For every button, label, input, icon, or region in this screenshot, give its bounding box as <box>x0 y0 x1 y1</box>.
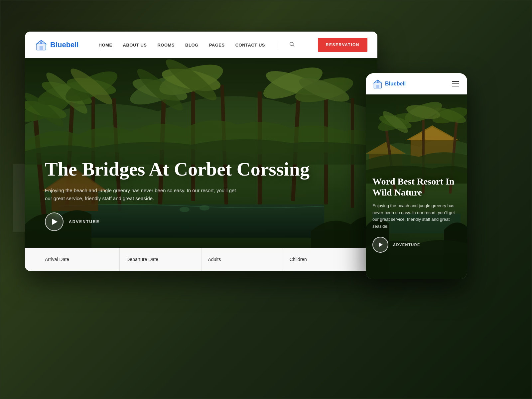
desktop-mockup: Bluebell HOME ABOUT US ROOMS BLOG PAGES … <box>25 32 377 271</box>
children-field[interactable]: Children <box>283 248 364 271</box>
departure-date-field[interactable]: Departure Date <box>120 248 201 271</box>
mobile-cta: ADVENTURE <box>372 237 461 253</box>
desktop-nav: HOME ABOUT US ROOMS BLOG PAGES CONTACT U… <box>99 42 318 48</box>
svg-line-4 <box>293 45 294 47</box>
svg-rect-1 <box>40 46 43 50</box>
mobile-mockup: Bluebell <box>366 73 467 279</box>
play-icon <box>52 219 58 225</box>
hamburger-line-3 <box>452 86 459 86</box>
mobile-logo[interactable]: Bluebell <box>372 78 406 89</box>
nav-home[interactable]: HOME <box>99 43 112 48</box>
mobile-play-button[interactable] <box>372 237 388 253</box>
arrival-date-field[interactable]: Arrival Date <box>38 248 120 271</box>
mobile-play-icon <box>379 242 383 247</box>
adventure-label: ADVENTURE <box>69 219 100 224</box>
mobile-logo-icon <box>372 78 383 89</box>
booking-bar: Arrival Date Departure Date Adults Child… <box>25 248 377 271</box>
mobile-hero-title: Word Best Resort In Wild Nature <box>372 176 461 198</box>
mobile-hero-subtitle: Enjoying the beach and jungle greenry ha… <box>372 202 461 230</box>
svg-point-42 <box>377 81 379 83</box>
svg-point-2 <box>40 42 43 44</box>
search-icon[interactable] <box>289 42 295 48</box>
desktop-logo[interactable]: Bluebell <box>35 39 79 51</box>
nav-pages[interactable]: PAGES <box>209 43 225 48</box>
hamburger-line-2 <box>452 83 459 84</box>
hamburger-menu[interactable] <box>451 80 461 88</box>
reservation-button[interactable]: RESERVATION <box>318 38 367 52</box>
hero-title: The Bridges At Corbet Corssing <box>45 159 357 180</box>
mobile-logo-text: Bluebell <box>385 81 406 87</box>
mobile-hero: Word Best Resort In Wild Nature Enjoying… <box>366 94 467 279</box>
mobile-hero-content: Word Best Resort In Wild Nature Enjoying… <box>372 176 461 253</box>
desktop-navbar: Bluebell HOME ABOUT US ROOMS BLOG PAGES … <box>25 32 377 58</box>
nav-about[interactable]: ABOUT US <box>123 43 147 48</box>
mobile-adventure-label: ADVENTURE <box>393 243 420 247</box>
svg-rect-41 <box>376 85 379 88</box>
nav-blog[interactable]: BLOG <box>185 43 199 48</box>
hero-content: The Bridges At Corbet Corssing Enjoying … <box>45 159 357 231</box>
nav-contact[interactable]: CONTACT US <box>235 43 265 48</box>
desktop-hero: The Bridges At Corbet Corssing Enjoying … <box>25 58 377 271</box>
nav-divider <box>277 42 277 48</box>
mobile-navbar: Bluebell <box>366 73 467 94</box>
logo-text: Bluebell <box>50 41 79 49</box>
play-button[interactable] <box>45 212 64 231</box>
logo-icon <box>35 39 48 51</box>
hamburger-line-1 <box>452 81 459 82</box>
svg-point-3 <box>290 42 293 46</box>
hero-cta: ADVENTURE <box>45 212 357 231</box>
adults-field[interactable]: Adults <box>201 248 283 271</box>
nav-rooms[interactable]: ROOMS <box>157 43 175 48</box>
hero-subtitle: Enjoying the beach and jungle greenry ha… <box>45 187 238 202</box>
